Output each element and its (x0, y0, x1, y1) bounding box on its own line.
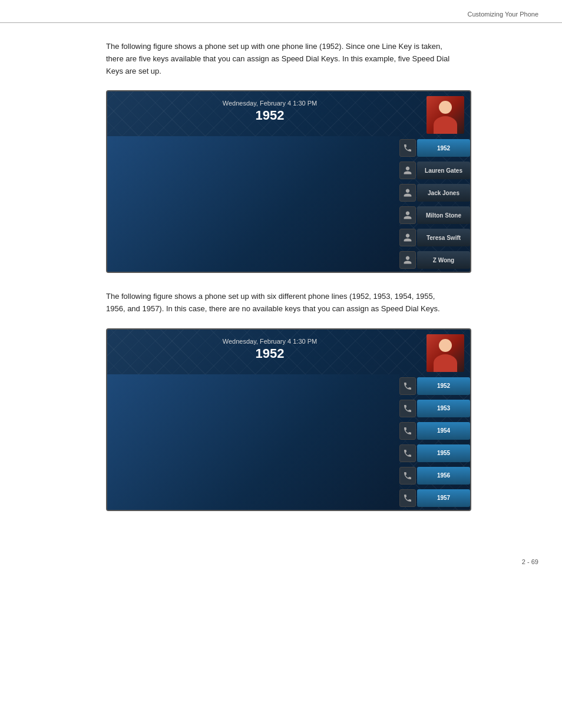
phone1-footer: New Call Forward (107, 272, 470, 273)
phone-figure-2: Wednesday, February 4 1:30 PM 1952 1952 (106, 328, 471, 511)
phone2-key-6[interactable]: 1957 (399, 487, 470, 509)
description-1: The following figure shows a phone set u… (106, 41, 456, 77)
phone1-key-3[interactable]: Jack Jones (399, 182, 470, 203)
page-header: Customizing Your Phone (0, 0, 562, 23)
phone1-key-2[interactable]: Lauren Gates (399, 160, 470, 181)
phone2-key-4[interactable]: 1955 (399, 443, 470, 464)
phone2-footer: New Call Forward (107, 510, 470, 511)
phone1-avatar (427, 96, 464, 134)
phone1-datetime: Wednesday, February 4 1:30 PM (113, 98, 427, 107)
phone1-left-area (107, 136, 399, 272)
phone1-key-1[interactable]: 1952 (399, 137, 470, 159)
phone2-extension: 1952 (113, 346, 427, 361)
phone2-key-3[interactable]: 1954 (399, 420, 470, 442)
page-footer: 2 - 69 (0, 546, 562, 577)
phone2-avatar (427, 334, 464, 372)
phone2-left-area (107, 374, 399, 510)
phone1-key-4[interactable]: Milton Stone (399, 205, 470, 226)
phone2-key-1[interactable]: 1952 (399, 375, 470, 397)
phone2-datetime: Wednesday, February 4 1:30 PM (113, 337, 427, 345)
page-number: 2 - 69 (522, 558, 538, 565)
phone1-key-5[interactable]: Teresa Swift (399, 227, 470, 248)
phone2-key-2[interactable]: 1953 (399, 398, 470, 419)
header-title: Customizing Your Phone (468, 11, 538, 18)
phone1-right-sidebar: 1952 Lauren Gates Jack Jones (399, 136, 470, 272)
phone2-key-5[interactable]: 1956 (399, 465, 470, 486)
phone-figure-1: Wednesday, February 4 1:30 PM 1952 1952 (106, 90, 471, 273)
phone2-right-sidebar: 1952 1953 1954 (399, 374, 470, 510)
phone1-extension: 1952 (113, 108, 427, 123)
phone1-key-6[interactable]: Z Wong (399, 249, 470, 271)
description-2: The following figure shows a phone set u… (106, 291, 456, 315)
